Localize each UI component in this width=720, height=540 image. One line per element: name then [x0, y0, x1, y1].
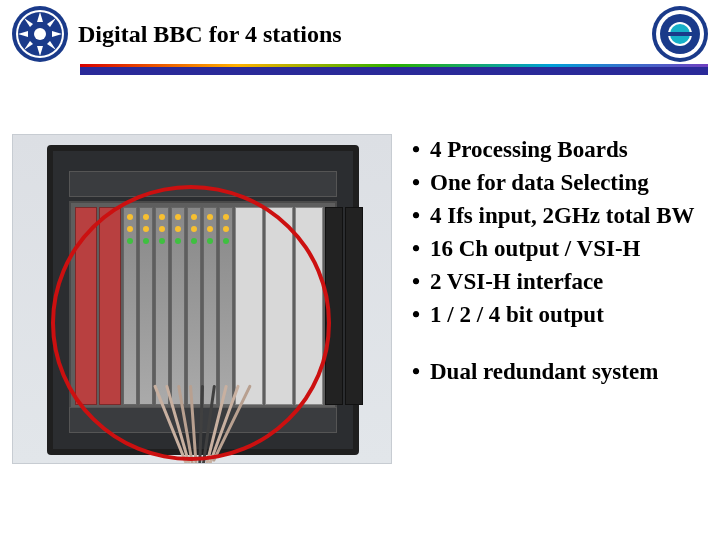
- bullet-item: 4 Ifs input, 2GHz total BW: [408, 200, 708, 231]
- bullet-item: Dual redundant system: [408, 356, 708, 387]
- bullet-item: One for data Selecting: [408, 167, 708, 198]
- title-wrap: Digital BBC for 4 stations: [70, 21, 650, 48]
- bullet-item: 16 Ch output / VSI-H: [408, 233, 708, 264]
- bullet-item: 4 Processing Boards: [408, 134, 708, 165]
- bullet-item: 2 VSI-H interface: [408, 266, 708, 297]
- svg-point-3: [34, 28, 46, 40]
- equipment-photo: [12, 134, 392, 464]
- logo-left: [10, 4, 70, 64]
- cables: [143, 385, 283, 464]
- logo-right: [650, 4, 710, 64]
- slide-content: 4 Processing Boards One for data Selecti…: [0, 134, 720, 464]
- bullet-item: 1 / 2 / 4 bit output: [408, 299, 708, 330]
- bullet-list: 4 Processing Boards One for data Selecti…: [408, 134, 708, 389]
- header-rule: [80, 64, 708, 74]
- slide-title: Digital BBC for 4 stations: [78, 21, 650, 48]
- slide-header: Digital BBC for 4 stations: [0, 0, 720, 64]
- svg-rect-17: [668, 32, 692, 36]
